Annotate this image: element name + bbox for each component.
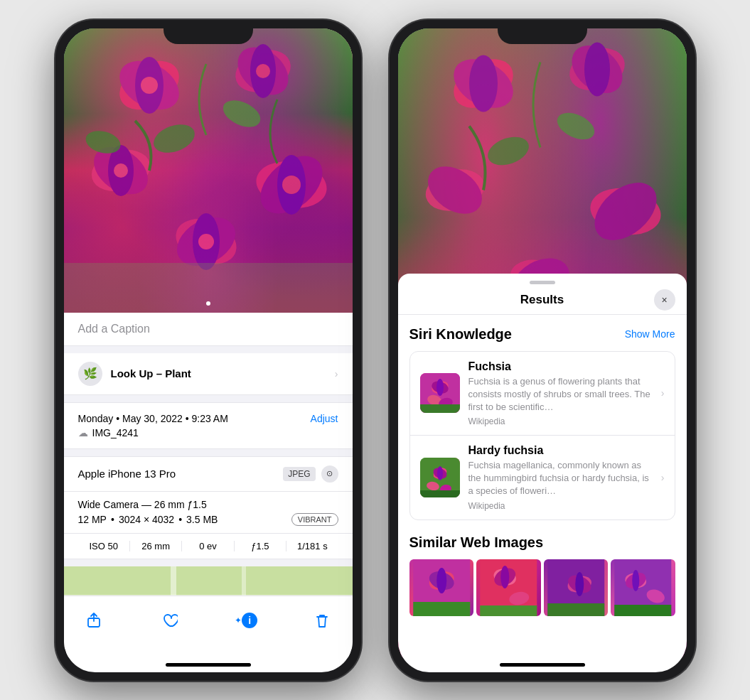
knowledge-item-hardy-fuchsia[interactable]: Hardy fuchsia Fuchsia magellanica, commo… bbox=[410, 436, 675, 519]
focal-value: 26 mm bbox=[130, 541, 182, 551]
svg-rect-27 bbox=[242, 566, 246, 596]
fuchsia-description: Fuchsia is a genus of flowering plants t… bbox=[468, 375, 653, 414]
show-more-button[interactable]: Show More bbox=[625, 328, 675, 340]
format-badge: JPEG bbox=[283, 467, 315, 481]
svg-point-37 bbox=[584, 42, 610, 96]
metadata-section: Monday • May 30, 2022 • 9:23 AM Adjust ☁… bbox=[64, 402, 353, 449]
filename-text: IMG_4241 bbox=[92, 427, 139, 438]
info-button[interactable]: ✦ i bbox=[230, 605, 262, 636]
svg-point-74 bbox=[575, 572, 584, 596]
svg-rect-26 bbox=[171, 566, 176, 596]
svg-rect-59 bbox=[420, 490, 460, 497]
sparkle-icon: ✦ bbox=[235, 615, 242, 625]
device-section: Apple iPhone 13 Pro JPEG ⊙ Wide Camera —… bbox=[64, 456, 353, 559]
similar-title: Similar Web Images bbox=[409, 534, 675, 551]
plant-lookup-icon: 🌿 bbox=[78, 362, 102, 386]
bottom-toolbar: ✦ i bbox=[64, 596, 353, 657]
results-title: Results bbox=[520, 293, 564, 307]
svg-rect-52 bbox=[420, 404, 460, 413]
similar-image-4[interactable] bbox=[611, 559, 675, 616]
right-notch bbox=[498, 20, 587, 44]
caption-area[interactable]: Add a Caption bbox=[64, 313, 353, 346]
right-phone: 🌿 Results × Siri Knowledge Show More bbox=[390, 20, 695, 681]
format-badges: JPEG ⊙ bbox=[283, 465, 338, 483]
date-text: Monday • May 30, 2022 • 9:23 AM bbox=[78, 413, 228, 424]
svg-rect-25 bbox=[64, 595, 353, 596]
svg-point-45 bbox=[552, 107, 598, 145]
photo-dot-1 bbox=[206, 301, 210, 306]
device-row: Apple iPhone 13 Pro JPEG ⊙ bbox=[64, 457, 353, 492]
svg-point-20 bbox=[149, 119, 198, 157]
info-circle-icon: i bbox=[242, 613, 257, 628]
similar-image-2[interactable] bbox=[476, 559, 541, 616]
svg-rect-75 bbox=[547, 603, 604, 616]
svg-point-15 bbox=[282, 176, 301, 194]
megapixels-text: 12 MP bbox=[78, 514, 107, 525]
delete-button[interactable] bbox=[306, 605, 338, 636]
left-phone: Add a Caption 🌿 Look Up – Plant › Monday… bbox=[55, 20, 361, 681]
aperture-value: ƒ1.5 bbox=[235, 541, 286, 551]
resolution-text: 3024 × 4032 bbox=[119, 514, 174, 525]
svg-point-44 bbox=[483, 131, 532, 170]
svg-rect-64 bbox=[413, 602, 470, 616]
knowledge-card: Fuchsia Fuchsia is a genus of flowering … bbox=[409, 351, 675, 520]
results-header: Results × bbox=[398, 284, 687, 315]
iso-value: ISO 50 bbox=[78, 541, 130, 551]
similar-image-3[interactable] bbox=[544, 559, 609, 616]
photo-dots bbox=[206, 301, 210, 306]
right-screen: 🌿 Results × Siri Knowledge Show More bbox=[398, 28, 687, 672]
vibrant-badge: VIBRANT bbox=[291, 513, 338, 526]
svg-rect-81 bbox=[614, 605, 671, 616]
right-photo-area: 🌿 Results × Siri Knowledge Show More bbox=[398, 28, 687, 657]
svg-point-11 bbox=[114, 163, 128, 178]
svg-rect-24 bbox=[64, 566, 353, 596]
svg-point-79 bbox=[632, 570, 639, 591]
svg-point-39 bbox=[419, 156, 491, 223]
location-badge-icon: ⊙ bbox=[321, 465, 338, 483]
knowledge-item-fuchsia[interactable]: Fuchsia Fuchsia is a genus of flowering … bbox=[410, 352, 675, 436]
svg-point-3 bbox=[141, 77, 158, 94]
exif-row: ISO 50 26 mm 0 ev ƒ1.5 1/181 s bbox=[64, 534, 353, 559]
hardy-fuchsia-chevron-icon: › bbox=[661, 472, 665, 483]
caption-placeholder[interactable]: Add a Caption bbox=[78, 323, 150, 335]
svg-point-19 bbox=[198, 234, 214, 249]
lookup-chevron-icon: › bbox=[335, 368, 338, 379]
hardy-fuchsia-name: Hardy fuchsia bbox=[468, 444, 653, 457]
home-indicator bbox=[166, 663, 251, 667]
share-button[interactable] bbox=[78, 605, 109, 636]
close-icon: × bbox=[661, 294, 667, 306]
fuchsia-chevron-icon: › bbox=[661, 387, 665, 399]
results-close-button[interactable]: × bbox=[654, 289, 675, 311]
camera-specs: Wide Camera — 26 mm ƒ1.5 12 MP • 3024 × … bbox=[64, 492, 353, 534]
results-content[interactable]: Siri Knowledge Show More bbox=[398, 315, 687, 657]
svg-point-68 bbox=[500, 566, 509, 588]
favorite-button[interactable] bbox=[154, 605, 186, 636]
right-home-indicator bbox=[500, 663, 585, 667]
shutter-value: 1/181 s bbox=[286, 541, 338, 551]
adjust-button[interactable]: Adjust bbox=[311, 413, 338, 424]
svg-point-34 bbox=[469, 55, 498, 112]
siri-knowledge-header: Siri Knowledge Show More bbox=[409, 326, 675, 343]
photo-area[interactable] bbox=[64, 28, 353, 313]
left-screen: Add a Caption 🌿 Look Up – Plant › Monday… bbox=[64, 28, 353, 672]
filesize-text: 3.5 MB bbox=[186, 514, 218, 525]
ev-value: 0 ev bbox=[182, 541, 234, 551]
notch bbox=[164, 20, 253, 44]
camera-details: 12 MP • 3024 × 4032 • 3.5 MB VIBRANT bbox=[78, 513, 338, 526]
similar-image-1[interactable] bbox=[409, 559, 474, 616]
camera-wide-text: Wide Camera — 26 mm ƒ1.5 bbox=[78, 499, 338, 510]
svg-point-7 bbox=[256, 64, 270, 78]
separator-2: • bbox=[178, 514, 182, 525]
results-panel: Results × Siri Knowledge Show More bbox=[398, 274, 687, 657]
map-preview[interactable] bbox=[64, 566, 353, 596]
lookup-label: Look Up – bbox=[111, 367, 163, 379]
hardy-fuchsia-info: Hardy fuchsia Fuchsia magellanica, commo… bbox=[468, 444, 653, 511]
hardy-fuchsia-source: Wikipedia bbox=[468, 501, 653, 511]
cloud-icon: ☁ bbox=[78, 427, 88, 438]
hardy-fuchsia-thumbnail bbox=[420, 458, 460, 497]
lookup-text: Look Up – Plant bbox=[111, 367, 191, 379]
info-panel[interactable]: Add a Caption 🌿 Look Up – Plant › Monday… bbox=[64, 313, 353, 596]
lookup-row[interactable]: 🌿 Look Up – Plant › bbox=[64, 353, 353, 395]
svg-point-56 bbox=[437, 466, 443, 480]
similar-grid bbox=[409, 559, 675, 616]
